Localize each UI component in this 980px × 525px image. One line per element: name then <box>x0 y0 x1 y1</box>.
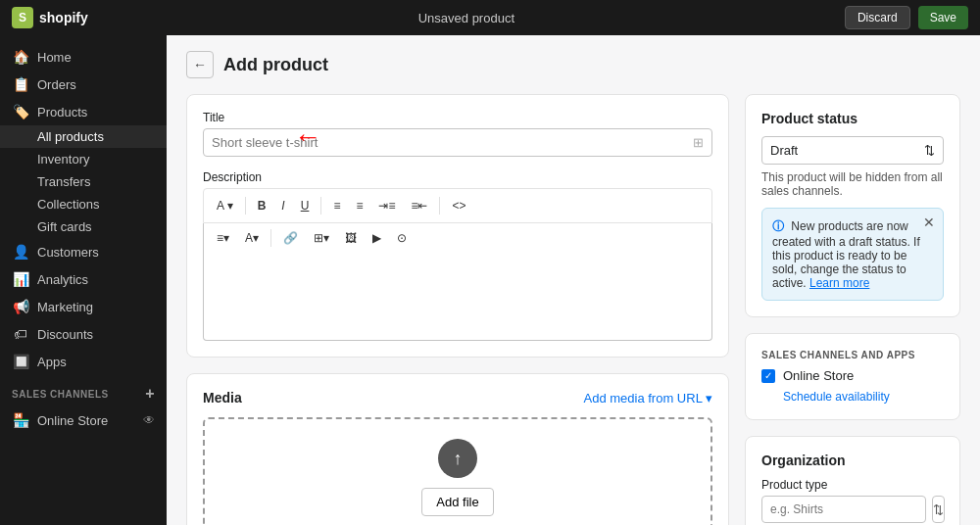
video-button[interactable]: ▶ <box>366 227 388 249</box>
page-status: Unsaved product <box>418 11 514 25</box>
title-placeholder: Short sleeve t-shirt <box>212 135 318 150</box>
upload-icon: ↑ <box>438 439 477 478</box>
save-button[interactable]: Save <box>918 6 968 29</box>
media-header: Media Add media from URL ▾ <box>203 390 712 406</box>
products-icon: 🏷️ <box>12 104 29 119</box>
image-button[interactable]: 🖼 <box>338 227 364 249</box>
product-type-input[interactable] <box>761 496 926 523</box>
sidebar-item-marketing-label: Marketing <box>37 300 93 314</box>
font-button[interactable]: A ▾ <box>210 195 240 216</box>
editor-toolbar-row2: ≡▾ A▾ 🔗 ⊞▾ 🖼 ▶ ⊙ <box>203 223 712 253</box>
top-navigation: S shopify Unsaved product Discard Save <box>0 0 980 35</box>
info-box: ✕ ⓘ New products are now created with a … <box>761 208 944 301</box>
home-icon: 🏠 <box>12 49 29 65</box>
code-button[interactable]: <> <box>445 195 472 216</box>
sidebar-subitem-collections[interactable]: Collections <box>0 193 167 215</box>
link-button[interactable]: 🔗 <box>276 227 305 249</box>
editor-toolbar: A ▾ B I U ≡ ≡ ⇥≡ ≡⇤ <> <box>203 188 712 223</box>
online-store-row: ✓ Online Store <box>761 368 944 383</box>
sidebar-subitem-gift-cards[interactable]: Gift cards <box>0 215 167 238</box>
analytics-icon: 📊 <box>12 271 29 287</box>
title-input[interactable]: Short sleeve t-shirt ⊞ <box>203 128 712 157</box>
sidebar-item-customers-label: Customers <box>37 245 99 260</box>
toolbar-divider-4 <box>270 229 271 247</box>
toolbar-divider-3 <box>439 197 440 215</box>
product-form-column: Title Short sleeve t-shirt ⊞ Description… <box>186 94 729 525</box>
customers-icon: 👤 <box>12 244 29 260</box>
sales-channels-apps-label: SALES CHANNELS AND APPS <box>761 350 944 360</box>
sidebar-item-customers[interactable]: 👤 Customers <box>0 238 167 265</box>
sidebar-subitem-transfers[interactable]: Transfers <box>0 170 167 193</box>
add-file-button[interactable]: Add file <box>421 488 493 516</box>
sidebar-item-discounts-label: Discounts <box>37 327 93 342</box>
toolbar-divider-2 <box>320 197 321 215</box>
organization-card: Organization Product type ⇅ <box>745 436 960 525</box>
status-value: Draft <box>770 143 798 158</box>
outdent-button[interactable]: ≡⇤ <box>404 195 434 216</box>
product-status-card: Product status Draft ⇅ This product will… <box>745 94 960 317</box>
media-title: Media <box>203 390 242 406</box>
title-icon: ⊞ <box>693 135 704 150</box>
schedule-availability-link[interactable]: Schedule availability <box>783 390 890 404</box>
sidebar-item-apps-label: Apps <box>37 355 67 369</box>
sidebar: 🏠 Home 📋 Orders 🏷️ Products All products… <box>0 35 167 525</box>
chevron-icon: ⇅ <box>924 143 935 158</box>
product-type-select-button[interactable]: ⇅ <box>932 496 945 523</box>
align-button[interactable]: ≡▾ <box>210 227 236 249</box>
discounts-icon: 🏷 <box>12 326 29 342</box>
add-sales-channel-button[interactable]: + <box>145 385 155 403</box>
sidebar-item-orders-label: Orders <box>37 77 76 92</box>
organization-title: Organization <box>761 453 944 468</box>
title-description-card: Title Short sleeve t-shirt ⊞ Description… <box>186 94 729 358</box>
sidebar-subitem-all-products[interactable]: All products <box>0 125 167 148</box>
discard-button[interactable]: Discard <box>845 6 910 29</box>
shopify-icon: S <box>12 7 33 28</box>
learn-more-link[interactable]: Learn more <box>809 276 869 290</box>
embed-button[interactable]: ⊙ <box>390 227 414 249</box>
online-store-label: Online Store <box>783 368 854 383</box>
sidebar-item-products[interactable]: 🏷️ Products <box>0 98 167 125</box>
info-box-close-button[interactable]: ✕ <box>923 215 935 230</box>
product-status-title: Product status <box>761 111 944 126</box>
media-card: Media Add media from URL ▾ ↑ Add file <box>186 373 729 525</box>
sidebar-item-marketing[interactable]: 📢 Marketing <box>0 293 167 320</box>
sidebar-item-analytics[interactable]: 📊 Analytics <box>0 265 167 293</box>
product-type-row: ⇅ <box>761 496 944 523</box>
sidebar-item-analytics-label: Analytics <box>37 272 88 287</box>
sales-channels-label: SALES CHANNELS <box>12 389 109 400</box>
sidebar-item-orders[interactable]: 📋 Orders <box>0 71 167 98</box>
underline-button[interactable]: U <box>294 195 317 216</box>
add-media-from-url-button[interactable]: Add media from URL ▾ <box>583 391 712 406</box>
online-store-checkbox[interactable]: ✓ <box>761 369 775 383</box>
text-color-button[interactable]: A▾ <box>238 227 266 249</box>
header-actions: Discard Save <box>845 6 968 29</box>
sidebar-item-discounts[interactable]: 🏷 Discounts <box>0 320 167 348</box>
sidebar-item-apps[interactable]: 🔲 Apps <box>0 348 167 375</box>
italic-button[interactable]: I <box>274 195 291 216</box>
page-title: Add product <box>223 55 328 75</box>
list-ordered-button[interactable]: ≡ <box>349 195 369 216</box>
description-editor[interactable] <box>203 253 712 341</box>
back-button[interactable]: ← <box>186 51 214 78</box>
indent-button[interactable]: ⇥≡ <box>371 195 402 216</box>
product-sidebar-column: Product status Draft ⇅ This product will… <box>745 94 960 525</box>
brand-name: shopify <box>39 10 88 25</box>
sidebar-item-products-label: Products <box>37 105 87 119</box>
sidebar-item-online-store[interactable]: 🏪 Online Store 👁 <box>0 406 167 434</box>
sidebar-subitem-inventory[interactable]: Inventory <box>0 148 167 170</box>
sidebar-item-home[interactable]: 🏠 Home <box>0 43 167 71</box>
apps-icon: 🔲 <box>12 354 29 369</box>
status-select[interactable]: Draft ⇅ <box>761 136 944 165</box>
title-label: Title <box>203 111 712 124</box>
status-helper-text: This product will be hidden from all sal… <box>761 170 944 198</box>
marketing-icon: 📢 <box>12 299 29 314</box>
list-unordered-button[interactable]: ≡ <box>326 195 347 216</box>
product-type-label: Product type <box>761 478 944 492</box>
bold-button[interactable]: B <box>251 195 273 216</box>
sales-channels-section: SALES CHANNELS + <box>0 375 167 406</box>
media-dropzone[interactable]: ↑ Add file <box>203 417 712 525</box>
table-button[interactable]: ⊞▾ <box>307 227 336 249</box>
toolbar-divider-1 <box>245 197 246 215</box>
info-icon: ⓘ <box>772 219 784 233</box>
eye-icon[interactable]: 👁 <box>143 413 155 427</box>
